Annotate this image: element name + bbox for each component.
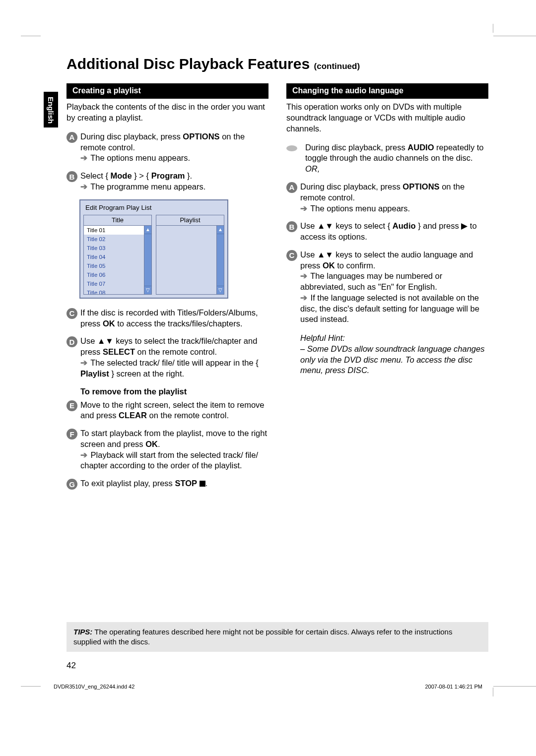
step-number-icon: C: [67, 308, 77, 319]
step-5: E Move to the right screen, select the i…: [67, 400, 268, 422]
list-item: Title 01: [84, 226, 144, 235]
step-1r: A During disc playback, press OPTIONS on…: [286, 182, 488, 214]
list-item: Title 07: [84, 279, 144, 288]
step-1: A During disc playback, press OPTIONS on…: [67, 131, 268, 164]
audio-intro: This operation works only on DVDs with m…: [286, 102, 488, 134]
subheading-remove: To remove from the playlist: [80, 386, 268, 397]
step-number-icon: A: [286, 182, 297, 193]
document-footer: DVDR3510V_eng_26244.indd 42 2007-08-01 1…: [54, 683, 482, 691]
page-title: Additional Disc Playback Features (conti…: [48, 54, 488, 74]
step-body: If the disc is recorded with Titles/Fold…: [80, 308, 268, 329]
list-item: Title 02: [84, 235, 144, 244]
footer-right: 2007-08-01 1:46:21 PM: [425, 683, 482, 691]
scroll-up-icon: ▲: [217, 226, 224, 234]
scroll-down-icon: ▽: [144, 286, 151, 294]
result-arrow-icon: ➔: [80, 153, 87, 162]
bullet-audio: During disc playback, press AUDIO repeat…: [286, 142, 488, 175]
helpful-hint: Helpful Hint: – Some DVDs allow soundtra…: [300, 333, 488, 376]
scrollbar: ▲ ▽: [216, 226, 224, 294]
list-item: Title 04: [84, 252, 144, 261]
crop-mark: [493, 36, 536, 36]
tips-label: TIPS:: [73, 628, 92, 636]
section-header-playlist: Creating a playlist: [67, 83, 268, 99]
bullet-icon: [286, 145, 297, 151]
playlist-column: Playlist ▲ ▽: [156, 215, 224, 295]
playlist-list: [156, 226, 216, 294]
scroll-down-icon: ▽: [217, 286, 224, 294]
step-3r: C Use ▲▼ keys to select the audio langua…: [286, 250, 488, 325]
list-item: Title 08: [84, 288, 144, 294]
result-arrow-icon: ➔: [300, 204, 307, 213]
step-number-icon: F: [67, 429, 77, 440]
tips-bar: TIPS: The operating features described h…: [67, 622, 488, 652]
crop-mark: [21, 686, 41, 687]
footer-left: DVDR3510V_eng_26244.indd 42: [54, 683, 134, 691]
scroll-up-icon: ▲: [144, 226, 151, 234]
step-4: D Use ▲▼ keys to select the track/file/c…: [67, 336, 268, 379]
list-item: Title 06: [84, 270, 144, 279]
step-7: G To exit playlist play, press STOP .: [67, 478, 268, 490]
title-column-header: Title: [84, 215, 151, 226]
scrollbar: ▲ ▽: [144, 226, 151, 294]
crop-mark: [493, 24, 493, 33]
list-item: Title 03: [84, 244, 144, 252]
page-title-text: Additional Disc Playback Features: [67, 56, 310, 72]
tips-body: The operating features described here mi…: [73, 628, 452, 646]
stop-icon: [200, 481, 205, 487]
result-arrow-icon: ➔: [300, 271, 307, 280]
step-number-icon: E: [67, 400, 77, 411]
step-number-icon: A: [67, 132, 77, 143]
crop-mark: [21, 36, 41, 36]
page-number: 42: [67, 660, 76, 672]
step-6: F To start playback from the playlist, m…: [67, 428, 268, 471]
step-2r: B Use ▲▼ keys to select { Audio } and pr…: [286, 221, 488, 243]
title-list: Title 01 Title 02 Title 03 Title 04 Titl…: [84, 226, 144, 294]
result-arrow-icon: ➔: [80, 182, 87, 191]
step-body: Use ▲▼ keys to select the audio language…: [300, 250, 488, 325]
bullet-body: During disc playback, press AUDIO repeat…: [305, 142, 488, 175]
playlist-column-header: Playlist: [156, 215, 224, 226]
step-body: To start playback from the playlist, mov…: [80, 428, 268, 471]
step-body: Move to the right screen, select the ite…: [80, 400, 268, 422]
step-body: During disc playback, press OPTIONS on t…: [80, 131, 268, 164]
step-number-icon: B: [67, 171, 77, 182]
step-number-icon: D: [67, 336, 77, 347]
playlist-intro: Playback the contents of the disc in the…: [67, 102, 268, 124]
step-body: To exit playlist play, press STOP .: [80, 478, 268, 489]
list-item: Title 05: [84, 261, 144, 270]
step-number-icon: G: [67, 479, 77, 490]
page: English Additional Disc Playback Feature…: [0, 0, 536, 756]
step-number-icon: B: [286, 221, 297, 232]
program-list-dialog: Edit Program Play List Title Title 01 Ti…: [79, 199, 228, 299]
step-body: Use ▲▼ keys to select the track/file/cha…: [80, 336, 268, 379]
step-3: C If the disc is recorded with Titles/Fo…: [67, 308, 268, 329]
program-list-title: Edit Program Play List: [85, 203, 224, 213]
program-list-figure: Edit Program Play List Title Title 01 Ti…: [79, 199, 268, 299]
crop-mark: [493, 686, 536, 687]
left-column: Creating a playlist Playback the content…: [67, 83, 268, 497]
result-arrow-icon: ➔: [80, 358, 87, 367]
step-body: During disc playback, press OPTIONS on t…: [300, 182, 488, 214]
page-title-continued: (continued): [314, 62, 360, 71]
step-body: Use ▲▼ keys to select { Audio } and pres…: [300, 221, 488, 243]
result-arrow-icon: ➔: [300, 293, 307, 302]
step-2: B Select { Mode } > { Program }. ➔ The p…: [67, 171, 268, 192]
title-column: Title Title 01 Title 02 Title 03 Title 0…: [83, 215, 152, 295]
language-tab: English: [44, 92, 58, 127]
step-body: Select { Mode } > { Program }. ➔ The pro…: [80, 171, 268, 192]
result-arrow-icon: ➔: [80, 450, 87, 459]
section-header-audio: Changing the audio language: [286, 83, 488, 99]
right-column: Changing the audio language This operati…: [286, 83, 488, 497]
crop-mark: [493, 688, 493, 696]
step-number-icon: C: [286, 250, 297, 261]
